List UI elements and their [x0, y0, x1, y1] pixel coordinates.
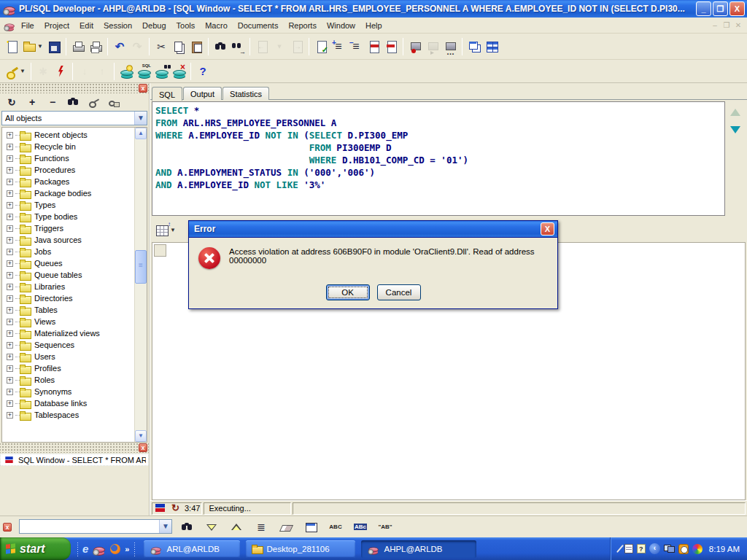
expand-icon[interactable]: + [7, 284, 13, 290]
expand-icon[interactable]: + [7, 155, 13, 162]
menu-session[interactable]: Session [98, 19, 137, 32]
task-button-desktop-281106[interactable]: Desktop_281106 [246, 540, 355, 558]
expand-icon[interactable]: + [7, 225, 13, 232]
tree-item-java-sources[interactable]: +Java sources [4, 234, 134, 246]
expand-icon[interactable]: + [7, 202, 13, 209]
expand-icon[interactable]: + [7, 389, 13, 395]
tree-item-users[interactable]: +Users [4, 351, 134, 362]
tab-output[interactable]: Output [183, 87, 222, 100]
macro-library-button[interactable] [441, 38, 459, 55]
replace-button[interactable] [352, 518, 369, 536]
browser-filter-button[interactable] [85, 93, 102, 111]
find-next-button[interactable] [229, 38, 247, 55]
internet-explorer-icon[interactable]: e [82, 542, 88, 555]
notes-tray-icon[interactable] [624, 544, 633, 553]
find-combo[interactable]: ▼ [19, 519, 172, 534]
expand-icon[interactable]: + [7, 365, 13, 372]
tree-item-queue-tables[interactable]: +Queue tables [4, 269, 134, 281]
new-sql-window-button[interactable] [135, 63, 152, 80]
tree-item-jobs[interactable]: +Jobs [4, 246, 134, 257]
menu-project[interactable]: Project [39, 19, 74, 32]
menu-debug[interactable]: Debug [137, 19, 171, 32]
start-button[interactable]: start [0, 537, 71, 560]
cancel-button[interactable]: Cancel [377, 284, 421, 300]
menu-macro[interactable]: Macro [200, 19, 233, 32]
menu-edit[interactable]: Edit [74, 19, 98, 32]
tree-item-libraries[interactable]: +Libraries [4, 281, 134, 292]
tree-item-triggers[interactable]: +Triggers [4, 222, 134, 234]
find-previous-up-button[interactable] [228, 518, 245, 536]
menu-reports[interactable]: Reports [283, 19, 322, 32]
combo-chevron-down-icon[interactable]: ▼ [134, 112, 147, 125]
expand-icon[interactable]: + [7, 260, 13, 267]
task-button-ahpl-arldb[interactable]: AHPL@ARLDB [361, 540, 476, 558]
tree-item-type-bodies[interactable]: +Type bodies [4, 211, 134, 222]
find-button[interactable] [212, 38, 229, 55]
window-list-grip[interactable]: x [0, 443, 149, 453]
error-dialog-close-icon[interactable]: X [541, 222, 554, 236]
browser-find-button[interactable] [64, 93, 82, 111]
new-document-button[interactable] [3, 38, 20, 55]
clear-highlight-button[interactable] [277, 518, 295, 536]
menu-window[interactable]: Window [322, 19, 360, 32]
tree-item-procedures[interactable]: +Procedures [4, 164, 134, 176]
tree-item-profiles[interactable]: +Profiles [4, 362, 134, 374]
record-macro-button[interactable] [406, 38, 424, 55]
expand-icon[interactable]: + [7, 400, 13, 407]
expand-icon[interactable]: + [7, 272, 13, 279]
expand-icon[interactable]: + [7, 144, 13, 150]
expand-icon[interactable]: + [7, 179, 13, 185]
previous-marker-button[interactable] [382, 38, 400, 55]
scroll-track[interactable] [135, 139, 147, 430]
execute-button[interactable] [52, 63, 69, 80]
firefox-icon[interactable] [110, 544, 120, 554]
window-list-close-icon[interactable]: x [139, 443, 147, 452]
expand-all-button[interactable] [23, 93, 41, 111]
next-marker-button[interactable] [365, 38, 382, 55]
tree-item-types[interactable]: +Types [4, 199, 134, 211]
unindent-button[interactable] [347, 38, 365, 55]
quick-launch-overflow-icon[interactable]: » [125, 545, 129, 553]
expand-icon[interactable]: + [7, 354, 13, 360]
tree-item-queues[interactable]: +Queues [4, 257, 134, 269]
close-button[interactable]: X [729, 1, 745, 16]
explain-plan-button[interactable] [117, 63, 135, 80]
expand-icon[interactable]: + [7, 167, 13, 174]
tree-item-tablespaces[interactable]: +Tablespaces [4, 409, 134, 421]
tree-item-roles[interactable]: +Roles [4, 374, 134, 386]
scroll-thumb[interactable] [135, 250, 147, 284]
window-list-item[interactable]: SQL Window - SELECT * FROM ARL. [0, 454, 149, 466]
tree-item-views[interactable]: +Views [4, 316, 134, 327]
expand-icon[interactable]: + [7, 319, 13, 325]
ok-button[interactable]: OK [326, 284, 370, 300]
cascade-windows-button[interactable] [465, 38, 483, 55]
object-filter-combo[interactable]: All objects ▼ [1, 111, 147, 125]
save-button[interactable] [45, 38, 63, 55]
copy-button[interactable] [170, 38, 187, 55]
tree-item-database-links[interactable]: +Database links [4, 397, 134, 409]
scroll-up-icon[interactable]: ▲ [135, 128, 147, 139]
find-database-objects-button[interactable] [152, 63, 170, 80]
clock-tray-icon[interactable] [678, 544, 689, 554]
find-text-button[interactable] [178, 518, 196, 536]
tree-item-synonyms[interactable]: +Synonyms [4, 386, 134, 397]
scroll-down-icon[interactable]: ▼ [135, 430, 147, 442]
grid-options-button[interactable]: ▼ [153, 221, 178, 238]
refresh-button[interactable] [3, 93, 20, 111]
tree-item-packages[interactable]: +Packages [4, 176, 134, 187]
pen-tray-icon[interactable] [616, 545, 624, 553]
tab-sql[interactable]: SQL [152, 87, 182, 101]
menu-documents[interactable]: Documents [233, 19, 284, 32]
grid-corner-cell[interactable] [154, 244, 166, 257]
mdi-minimize-button[interactable]: – [709, 21, 721, 29]
plsql-developer-quicklaunch-icon[interactable] [93, 542, 106, 556]
expand-icon[interactable]: + [7, 132, 13, 139]
mdi-restore-button[interactable]: ❐ [721, 21, 732, 29]
help-tray-icon[interactable]: ? [637, 544, 646, 553]
help-button[interactable] [194, 63, 212, 80]
tree-item-recycle-bin[interactable]: +Recycle bin [4, 141, 134, 152]
browser-folders-button[interactable] [105, 93, 123, 111]
menu-help[interactable]: Help [360, 19, 387, 32]
expand-icon[interactable]: + [7, 295, 13, 302]
expand-icon[interactable]: + [7, 412, 13, 419]
